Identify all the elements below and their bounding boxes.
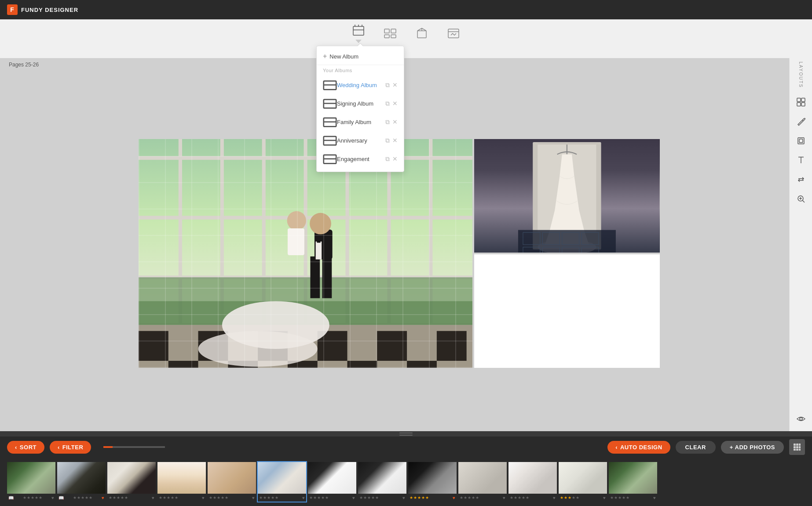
layouts-btn[interactable] (792, 93, 810, 111)
star-3: ★ (31, 495, 34, 500)
heart-icon-3[interactable]: ♥ (152, 495, 154, 500)
film-item-11[interactable]: ★★★★★ ♥ (508, 462, 557, 502)
album-close-family[interactable]: ✕ (392, 118, 398, 125)
swap-icon (796, 175, 806, 184)
top-nav: F FUNDY DESIGNER (0, 0, 812, 19)
album-copy-engagement[interactable]: ⧉ (385, 155, 390, 163)
film-meta-2: 📖 ★★★★★ ♥ (57, 494, 106, 502)
star-4: ★ (421, 495, 425, 500)
star-1: ★ (359, 495, 363, 500)
film-item-8[interactable]: ★★★★★ ♥ (358, 462, 406, 502)
album-close-engagement[interactable]: ✕ (392, 155, 398, 162)
star-4: ★ (121, 495, 124, 500)
heart-icon-11[interactable]: ♥ (553, 495, 556, 500)
album-item-engagement[interactable]: Engagement ⧉ ✕ (317, 150, 404, 168)
film-item-1[interactable]: 📖 ★★★★★ ♥ (7, 462, 55, 502)
album-actions-family: ⧉ ✕ (385, 118, 398, 126)
album-close-signing[interactable]: ✕ (392, 100, 398, 107)
album-item-signing[interactable]: Signing Album ⧉ ✕ (317, 94, 404, 113)
page-right-bottom[interactable] (474, 254, 660, 368)
star-3: ★ (167, 495, 170, 500)
album-item-wedding[interactable]: Wedding Album ⧉ ✕ (317, 76, 404, 94)
page-right (474, 139, 660, 368)
star-3: ★ (317, 495, 321, 500)
svg-rect-35 (139, 277, 472, 325)
heart-icon-9[interactable]: ♥ (453, 495, 455, 500)
film-item-12[interactable]: ★★★★★ ♥ (559, 462, 607, 502)
star-1: ★ (510, 495, 513, 500)
auto-design-btn[interactable]: ‹ AUTO DESIGN (607, 441, 670, 454)
box-icon (415, 26, 429, 40)
svg-rect-38 (139, 331, 168, 361)
svg-rect-84 (799, 139, 803, 143)
brush-btn[interactable] (792, 113, 810, 130)
album-name-wedding: Wedding Album (337, 82, 385, 88)
star-1: ★ (410, 495, 413, 500)
grid-view-btn[interactable] (789, 439, 805, 455)
page-right-top[interactable] (474, 139, 660, 253)
heart-icon-6[interactable]: ♥ (302, 495, 305, 500)
drag-lines (399, 433, 413, 436)
svg-rect-23 (139, 139, 472, 368)
album-copy-anniversary[interactable]: ⧉ (385, 137, 390, 144)
film-item-7[interactable]: ★★★★★ ♥ (308, 462, 356, 502)
text-btn[interactable] (792, 151, 810, 169)
album-item-family[interactable]: Family Album ⧉ ✕ (317, 113, 404, 131)
filter-chevron: ‹ (58, 444, 60, 451)
film-item-3[interactable]: ★★★★★ ♥ (107, 462, 156, 502)
star-2: ★ (213, 495, 216, 500)
film-item-5[interactable]: ★★★★★ ♥ (208, 462, 256, 502)
film-item-13[interactable]: ★★★★★ ♥ (609, 462, 657, 502)
heart-icon-7[interactable]: ♥ (352, 495, 355, 500)
heart-icon-8[interactable]: ♥ (402, 495, 405, 500)
page-left[interactable] (139, 139, 472, 368)
toolbar-wall-btn[interactable] (383, 26, 397, 40)
text-icon (796, 155, 806, 165)
swap-btn[interactable] (792, 171, 810, 188)
heart-icon-12[interactable]: ♥ (603, 495, 606, 500)
filmstrip[interactable]: 📖 ★★★★★ ♥ 📖 ★★★★★ ♥ ★★★★★ ♥ ★★★★★ ♥ ★★★★… (0, 458, 812, 506)
album-copy-family[interactable]: ⧉ (385, 118, 390, 126)
heart-icon-2[interactable]: ♥ (102, 495, 104, 500)
add-photos-btn[interactable]: + ADD PHOTOS (721, 441, 784, 454)
drag-handle[interactable] (0, 431, 812, 436)
toolbar-card-btn[interactable] (446, 26, 461, 40)
star-4: ★ (85, 495, 88, 500)
toolbar-album-btn[interactable]: + New Album Your Albums Wedding Album ⧉ … (351, 24, 366, 43)
svg-point-63 (198, 331, 317, 367)
heart-icon-1[interactable]: ♥ (51, 495, 54, 500)
heart-icon-5[interactable]: ♥ (252, 495, 255, 500)
svg-rect-97 (799, 446, 801, 448)
filter-btn[interactable]: ‹ FILTER (50, 441, 91, 454)
star-4: ★ (221, 495, 224, 500)
heart-icon-4[interactable]: ♥ (202, 495, 205, 500)
clear-btn[interactable]: CLEAR (676, 441, 716, 454)
layouts-label: Layouts (798, 62, 803, 88)
film-item-4[interactable]: ★★★★★ ♥ (157, 462, 206, 502)
film-item-6[interactable]: ★★★★★ ♥ (258, 462, 306, 502)
crop-btn[interactable] (792, 132, 810, 150)
star-1: ★ (610, 495, 614, 500)
album-close-wedding[interactable]: ✕ (392, 81, 398, 88)
toolbar-box-btn[interactable] (415, 26, 429, 40)
preview-btn[interactable] (792, 410, 810, 428)
album-copy-wedding[interactable]: ⧉ (385, 81, 390, 89)
heart-icon-10[interactable]: ♥ (503, 495, 505, 500)
svg-rect-41 (317, 331, 347, 361)
album-icon-signing (323, 96, 337, 110)
svg-rect-37 (139, 325, 472, 368)
film-item-9[interactable]: ★★★★★ ♥ (408, 462, 457, 502)
heart-icon-13[interactable]: ♥ (653, 495, 656, 500)
new-album-btn[interactable]: + New Album (317, 50, 404, 65)
drag-line-2 (399, 435, 413, 436)
svg-rect-69 (518, 230, 616, 253)
svg-rect-58 (315, 242, 322, 260)
film-item-10[interactable]: ★★★★★ ♥ (458, 462, 507, 502)
zoom-btn[interactable] (792, 190, 810, 208)
album-close-anniversary[interactable]: ✕ (392, 137, 398, 144)
sort-btn[interactable]: ‹ SORT (7, 441, 44, 454)
album-copy-signing[interactable]: ⧉ (385, 100, 390, 107)
svg-rect-80 (797, 103, 801, 106)
film-item-2[interactable]: 📖 ★★★★★ ♥ (57, 462, 106, 502)
album-item-anniversary[interactable]: Anniversary ⧉ ✕ (317, 131, 404, 150)
